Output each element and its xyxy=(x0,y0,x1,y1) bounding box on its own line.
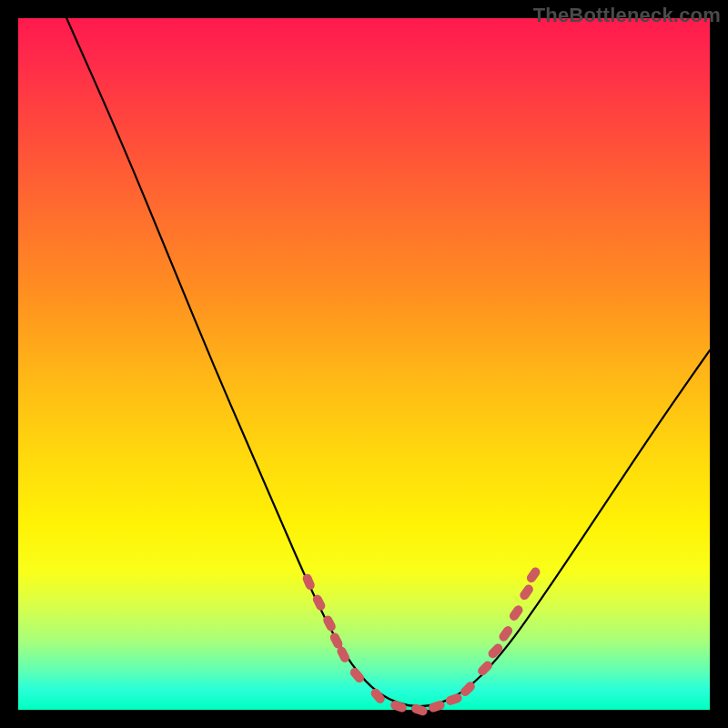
curve-marker xyxy=(487,642,505,661)
chart-frame: TheBottleneck.com xyxy=(0,0,728,728)
bottleneck-curve-path xyxy=(66,18,710,706)
curve-marker xyxy=(525,566,542,584)
curve-marker xyxy=(389,700,408,713)
plot-area xyxy=(18,18,710,710)
curve-marker xyxy=(476,660,494,678)
curve-marker xyxy=(518,583,535,602)
curve-marker xyxy=(508,603,525,622)
curve-marker xyxy=(445,693,463,706)
curve-marker xyxy=(349,666,366,684)
curve-marker xyxy=(301,572,316,591)
curve-marker xyxy=(410,703,429,716)
marker-group xyxy=(301,566,541,717)
chart-svg xyxy=(18,18,710,710)
